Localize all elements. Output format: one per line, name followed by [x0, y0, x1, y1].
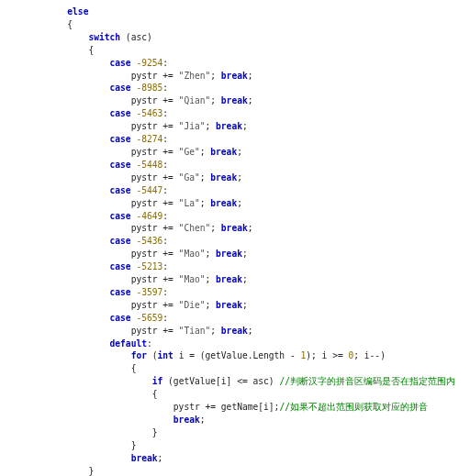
comment-inner: //如果不超出范围则获取对应的拼音: [279, 402, 428, 412]
code-block: else { switch (asc) { case -9254: pystr …: [0, 0, 470, 476]
case-num: -9254: [136, 58, 162, 68]
kw-for: for: [131, 350, 147, 360]
switch-expr: asc: [131, 32, 147, 42]
comment-if: //判断汉字的拼音区编码是否在指定范围内: [279, 376, 455, 386]
case-str: "Zhen": [179, 71, 211, 81]
kw-else: else: [67, 6, 88, 17]
kw-default: default: [110, 338, 147, 349]
inner-assign: pystr += getName[i];: [173, 402, 280, 412]
if-cond: (getValue[i] <= asc): [168, 376, 279, 386]
kw-switch: switch: [88, 32, 120, 42]
brace-open: {: [67, 19, 73, 29]
kw-if: if: [152, 376, 163, 386]
